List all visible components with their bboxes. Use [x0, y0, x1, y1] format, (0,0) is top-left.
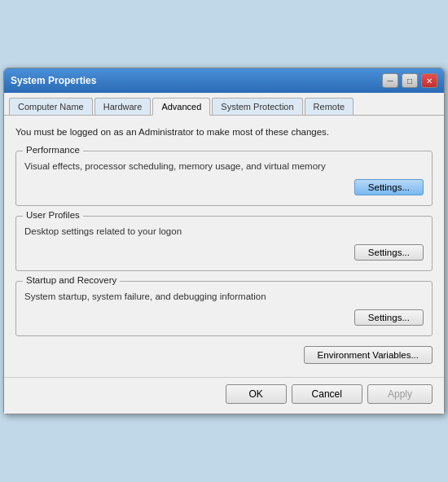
performance-settings-button[interactable]: Settings... [354, 179, 424, 195]
startup-recovery-label: Startup and Recovery [23, 275, 120, 285]
maximize-button[interactable]: □ [402, 73, 418, 88]
window-title: System Properties [11, 75, 96, 86]
tab-system-protection[interactable]: System Protection [212, 98, 302, 115]
environment-variables-button[interactable]: Environment Variables... [304, 346, 433, 364]
performance-group: Performance Visual effects, processor sc… [15, 151, 433, 206]
user-profiles-desc: Desktop settings related to your logon [24, 226, 424, 236]
env-variables-row: Environment Variables... [15, 346, 433, 364]
footer: OK Cancel Apply [4, 377, 444, 414]
user-profiles-group: User Profiles Desktop settings related t… [15, 216, 433, 271]
tab-hardware[interactable]: Hardware [94, 98, 152, 115]
tab-remote[interactable]: Remote [305, 98, 354, 115]
minimize-button[interactable]: ─ [382, 73, 398, 88]
tab-advanced[interactable]: Advanced [152, 98, 210, 116]
ok-button[interactable]: OK [226, 384, 287, 404]
system-properties-window: System Properties ─ □ ✕ Computer Name Ha… [3, 68, 445, 414]
user-profiles-label: User Profiles [23, 210, 83, 220]
title-bar: System Properties ─ □ ✕ [4, 68, 444, 93]
startup-recovery-settings-button[interactable]: Settings... [354, 309, 424, 326]
performance-desc: Visual effects, processor scheduling, me… [24, 161, 424, 171]
tab-bar: Computer Name Hardware Advanced System P… [4, 93, 444, 116]
performance-label: Performance [23, 145, 83, 155]
startup-recovery-group: Startup and Recovery System startup, sys… [15, 281, 433, 336]
user-profiles-settings-button[interactable]: Settings... [354, 244, 424, 261]
apply-button[interactable]: Apply [367, 384, 433, 404]
tab-content: You must be logged on as an Administrato… [4, 116, 444, 376]
tab-computer-name[interactable]: Computer Name [9, 98, 93, 115]
startup-recovery-desc: System startup, system failure, and debu… [24, 291, 424, 301]
title-bar-controls: ─ □ ✕ [382, 73, 437, 88]
admin-note: You must be logged on as an Administrato… [15, 125, 433, 138]
close-button[interactable]: ✕ [421, 73, 437, 88]
cancel-button[interactable]: Cancel [292, 384, 362, 404]
